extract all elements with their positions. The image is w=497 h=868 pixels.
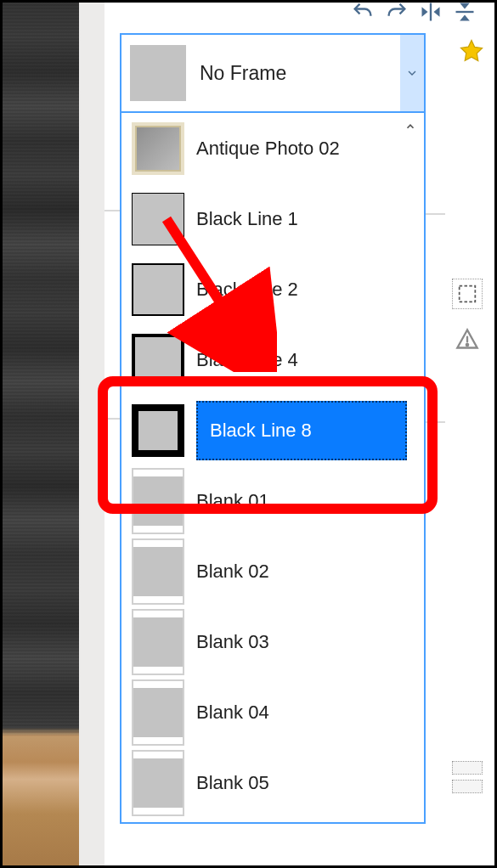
frame-thumb	[132, 545, 184, 598]
frame-thumb	[132, 404, 184, 457]
undo-icon[interactable]	[350, 0, 376, 25]
panel-divider	[104, 210, 120, 211]
flip-horizontal-icon[interactable]	[418, 0, 443, 25]
frame-option-black-line-8[interactable]: Black Line 8	[121, 395, 424, 465]
frame-option-blank-04[interactable]: Blank 04	[121, 677, 424, 747]
frame-option-antique-photo-02[interactable]: Antique Photo 02	[121, 113, 424, 183]
scroll-up-icon[interactable]	[402, 118, 419, 135]
frame-thumb	[130, 45, 186, 101]
right-slot-group	[452, 761, 483, 793]
frame-thumb	[132, 122, 184, 175]
chevron-down-icon[interactable]	[400, 35, 424, 111]
frame-dropdown-header[interactable]: No Frame	[121, 35, 424, 113]
frame-option-selected-highlight: Black Line 8	[196, 401, 407, 460]
frame-option-blank-01[interactable]: Blank 01	[121, 465, 424, 536]
svg-rect-0	[460, 286, 476, 302]
frame-option-label: Black Line 8	[210, 420, 312, 441]
frame-option-label: Blank 04	[196, 702, 269, 724]
frame-thumb	[132, 757, 184, 809]
frame-thumb	[132, 193, 184, 245]
frame-option-label: Black Line 1	[196, 208, 298, 230]
frame-option-black-line-4[interactable]: Black Line 4	[121, 324, 424, 395]
favorite-star-icon[interactable]	[459, 38, 484, 67]
frame-dropdown: No Frame Antique Photo 02 Black Line 1 B…	[120, 33, 426, 824]
frame-option-label: Black Line 4	[196, 349, 298, 371]
frame-option-label: Blank 03	[196, 631, 269, 653]
svg-point-1	[466, 344, 468, 346]
frame-option-label: Black Line 2	[196, 279, 298, 301]
frame-option-blank-03[interactable]: Blank 03	[121, 606, 424, 677]
frame-option-blank-02[interactable]: Blank 02	[121, 536, 424, 606]
frame-option-black-line-2[interactable]: Black Line 2	[121, 254, 424, 324]
panel-divider	[104, 418, 120, 420]
frame-option-label: Blank 02	[196, 561, 269, 583]
slot[interactable]	[452, 780, 483, 793]
panel-margin	[79, 3, 104, 865]
frame-option-blank-05[interactable]: Blank 05	[121, 747, 424, 818]
frame-option-black-line-1[interactable]: Black Line 1	[121, 183, 424, 254]
frame-thumb	[132, 334, 184, 386]
slot[interactable]	[452, 761, 483, 775]
frame-option-label: Blank 05	[196, 772, 269, 794]
canvas-image-strip	[3, 3, 79, 865]
flip-vertical-icon[interactable]	[452, 0, 477, 25]
redo-icon[interactable]	[384, 0, 409, 25]
frame-option-label: Blank 01	[196, 490, 269, 512]
frame-thumb	[132, 616, 184, 668]
warning-icon[interactable]	[452, 324, 483, 354]
frame-thumb	[132, 475, 184, 527]
frame-selected-label: No Frame	[200, 62, 400, 85]
frame-thumb	[132, 263, 184, 316]
frame-dropdown-list: Antique Photo 02 Black Line 1 Black Line…	[121, 113, 424, 822]
selection-tool-button[interactable]	[452, 279, 483, 309]
frame-option-label: Antique Photo 02	[196, 138, 340, 160]
toolbar-top	[350, 0, 477, 25]
frame-thumb	[132, 686, 184, 739]
